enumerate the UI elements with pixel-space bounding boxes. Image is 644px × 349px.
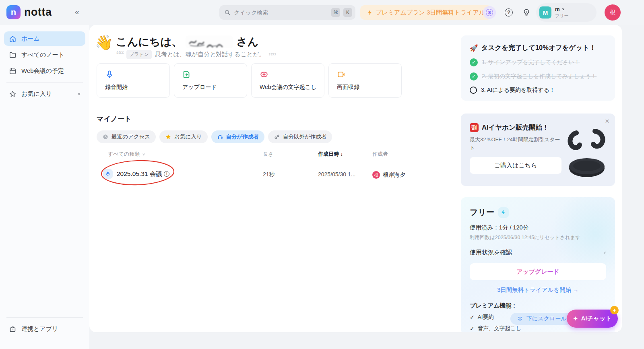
- info-icon[interactable]: i: [164, 171, 169, 177]
- check-icon: ✓: [470, 314, 475, 320]
- upload-card[interactable]: アップロード: [174, 63, 247, 98]
- filter-favorites[interactable]: お気に入り: [159, 130, 207, 143]
- action-label: Web会議の文字起こし: [260, 84, 324, 91]
- filter-created-by-me[interactable]: 自分が作成者: [211, 130, 264, 143]
- screen-record-card[interactable]: 画面収録: [328, 63, 402, 98]
- task-label: 2. 最初の文字起こしを作成してみましょう！: [482, 73, 597, 80]
- workspace-plan-label: フリー: [555, 13, 569, 19]
- record-start-card[interactable]: 録音開始: [97, 63, 170, 98]
- headphones-icon: [217, 134, 223, 140]
- filter-created-by-others[interactable]: 自分以外が作成者: [268, 130, 332, 143]
- lightning-icon: [367, 10, 373, 16]
- sidebar-item-home[interactable]: ホーム: [4, 31, 85, 46]
- sidebar-item-favorites[interactable]: お気に入り ∨: [4, 87, 85, 101]
- screen-record-icon: [337, 70, 346, 79]
- double-chevron-down-icon: [517, 316, 523, 322]
- plan-reset-text: 利用回数は2025/06/30 12:45にリセットされます: [470, 234, 606, 241]
- sidebar-item-label: 連携とアプリ: [21, 325, 58, 333]
- quick-actions: 録音開始 アップロード Web会議の文字起こし 画面収録: [97, 63, 402, 98]
- action-label: 録音開始: [105, 84, 169, 91]
- greeting-title: こんにちは、 さん: [116, 35, 258, 49]
- plan-usage-text: 使用済み：1分 / 120分: [470, 224, 606, 231]
- earphones-image: [563, 127, 611, 180]
- help-button[interactable]: ?: [502, 6, 515, 19]
- coin-icon: $: [486, 9, 493, 16]
- sidebar-item-meeting-schedule[interactable]: Web会議の予定: [4, 64, 85, 78]
- whats-new-button[interactable]: [520, 6, 533, 19]
- wave-emoji: 👋: [95, 33, 114, 52]
- purchase-button[interactable]: ご購入はこちら: [470, 157, 561, 174]
- sidebar-item-integrations[interactable]: 連携とアプリ: [4, 322, 85, 336]
- notta-logo[interactable]: n notta: [6, 5, 52, 19]
- tasks-promo-card: 🚀 タスクを完了して10%オフをゲット！ ✓ 1. サインアップを完了してくださ…: [461, 35, 615, 101]
- note-type-icon: [103, 169, 113, 179]
- ai-chat-label: AIチャット: [581, 315, 612, 322]
- column-header-length[interactable]: 長さ: [263, 151, 273, 158]
- quote-open-icon: ““: [116, 52, 123, 58]
- task-item-first-transcript: ✓ 2. 最初の文字起こしを作成してみましょう！: [470, 72, 606, 81]
- column-header-creator[interactable]: 作成者: [372, 151, 388, 158]
- ad-title: AIイヤホン販売開始！: [482, 123, 549, 132]
- sidebar-item-label: すべてのノート: [21, 51, 64, 59]
- sidebar-item-label: Web会議の予定: [21, 67, 64, 75]
- greeting-suffix: さん: [236, 35, 258, 49]
- rocket-emoji: 🚀: [470, 44, 478, 52]
- note-filters: 最近のアクセス お気に入り 自分が作成者 自分以外が作成者: [97, 130, 332, 143]
- upgrade-button[interactable]: アップグレード: [470, 263, 606, 280]
- filter-label: お気に入り: [174, 133, 202, 140]
- sidebar-item-label: お気に入り: [21, 90, 52, 98]
- user-avatar[interactable]: 根: [605, 4, 621, 21]
- notta-logo-text: notta: [24, 6, 52, 19]
- calendar-icon: [9, 67, 17, 75]
- type-filter-dropdown[interactable]: すべての種類 ∨: [108, 151, 145, 158]
- chevron-down-icon: ∨: [142, 153, 145, 156]
- task-label: 1. サインアップを完了してください！: [482, 59, 580, 66]
- microphone-icon: [105, 70, 114, 79]
- apps-bag-icon: [9, 325, 17, 333]
- type-filter-label: すべての種類: [108, 151, 140, 158]
- chevron-down-icon: ∨: [603, 251, 606, 254]
- lightning-badge-icon: [610, 306, 619, 314]
- sidebar: ホーム すべてのノート Web会議の予定 お気に入り ∨ 連携とアプリ: [0, 25, 89, 349]
- task-item-ai-summary[interactable]: 3. AIによる要約を取得する！: [470, 87, 606, 94]
- sidebar-divider: [6, 82, 83, 83]
- earphone-ad-card: × 割 AIイヤホン販売開始！ 最大32％OFF！24時間限定割引スタート ご購…: [461, 114, 615, 186]
- start-trial-link[interactable]: 3日間無料トライアルを開始 →: [470, 286, 606, 294]
- chevron-down-icon: ∨: [78, 92, 80, 96]
- creator-avatar: 根: [372, 171, 380, 179]
- premium-features-title: プレミアム機能：: [470, 302, 606, 310]
- filter-recent[interactable]: 最近のアクセス: [97, 130, 156, 143]
- search-icon: [224, 9, 231, 16]
- link-icon: [274, 134, 280, 140]
- clock-icon: [102, 134, 109, 140]
- help-icon: ?: [505, 8, 513, 17]
- search-input[interactable]: [234, 9, 328, 16]
- user-name-redacted: [186, 35, 233, 48]
- ai-chat-button[interactable]: ✦ AIチャット: [567, 310, 618, 328]
- usage-status-toggle[interactable]: 使用状況を確認 ∨: [470, 249, 606, 256]
- note-row[interactable]: 2025.05.31 会議 i 21秒 2025/05/30 1... 根 根岸…: [89, 165, 454, 184]
- creator-name: 根岸海夕: [383, 171, 405, 179]
- premium-trial-label: プレミアムプラン 3日間無料トライアル: [376, 9, 485, 17]
- note-title: 2025.05.31 会議: [117, 170, 162, 178]
- credits-button[interactable]: $: [483, 6, 496, 19]
- close-icon[interactable]: ×: [605, 117, 609, 126]
- workspace-name: m: [555, 6, 560, 12]
- quick-search-bar[interactable]: ⌘ K: [219, 5, 355, 20]
- note-created: 2025/05/30 1...: [318, 171, 355, 178]
- filter-label: 自分以外が作成者: [283, 133, 326, 140]
- home-icon: [9, 35, 17, 43]
- scroll-down-hint[interactable]: 下にスクロール: [510, 313, 573, 325]
- column-header-created[interactable]: 作成日時 ↓: [318, 151, 343, 158]
- premium-trial-banner[interactable]: プレミアムプラン 3日間無料トライアル: [360, 5, 491, 20]
- chevron-down-icon: ∨: [562, 7, 565, 11]
- sidebar-item-all-notes[interactable]: すべてのノート: [4, 47, 85, 62]
- sidebar-item-label: ホーム: [21, 35, 40, 43]
- sidebar-collapse-icon[interactable]: «: [75, 8, 79, 17]
- workspace-switcher[interactable]: M m ∨ フリー: [536, 3, 597, 22]
- tasks-title: タスクを完了して10%オフをゲット！: [481, 43, 596, 52]
- k-keycap: K: [343, 8, 352, 17]
- quote-text: 思考とは、魂が自分と対話することだ。: [155, 51, 265, 58]
- action-label: 画面収録: [337, 84, 401, 91]
- meeting-transcribe-card[interactable]: Web会議の文字起こし: [251, 63, 324, 98]
